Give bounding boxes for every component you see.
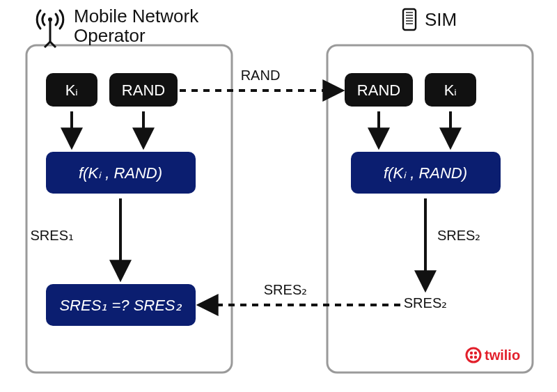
operator-title-line2: Operator	[74, 25, 146, 46]
operator-title-line1: Mobile Network	[74, 6, 199, 26]
brand-text: twilio	[485, 347, 520, 363]
operator-function-label: f(Kᵢ , RAND)	[79, 164, 162, 182]
svg-point-14	[474, 352, 477, 354]
sim-ki-label: Kᵢ	[444, 81, 457, 99]
operator-ki-label: Kᵢ	[65, 81, 79, 99]
message-rand-label: RAND	[241, 68, 281, 83]
svg-point-15	[470, 356, 473, 359]
twilio-logo	[466, 348, 480, 362]
sim-icon	[403, 9, 416, 30]
sim-rand-label: RAND	[357, 81, 400, 99]
svg-point-13	[470, 352, 473, 354]
operator-panel: Mobile Network Operator Kᵢ RAND f(Kᵢ , R…	[26, 6, 232, 373]
sim-title: SIM	[425, 9, 457, 30]
sim-function-label: f(Kᵢ , RAND)	[384, 164, 467, 182]
svg-point-12	[466, 348, 480, 362]
sres2-output: SRES₂	[404, 295, 447, 311]
operator-rand-label: RAND	[122, 81, 165, 99]
compare-label: SRES₁ =? SRES₂	[59, 297, 182, 314]
sres2-label-mid: SRES₂	[437, 228, 480, 243]
sim-panel: SIM RAND Kᵢ f(Kᵢ , RAND) SRES₂ SRES₂	[327, 9, 533, 373]
antenna-icon	[37, 10, 63, 47]
sres1-label: SRES₁	[31, 228, 74, 243]
svg-point-16	[474, 356, 477, 359]
message-sres2-label: SRES₂	[264, 282, 307, 297]
